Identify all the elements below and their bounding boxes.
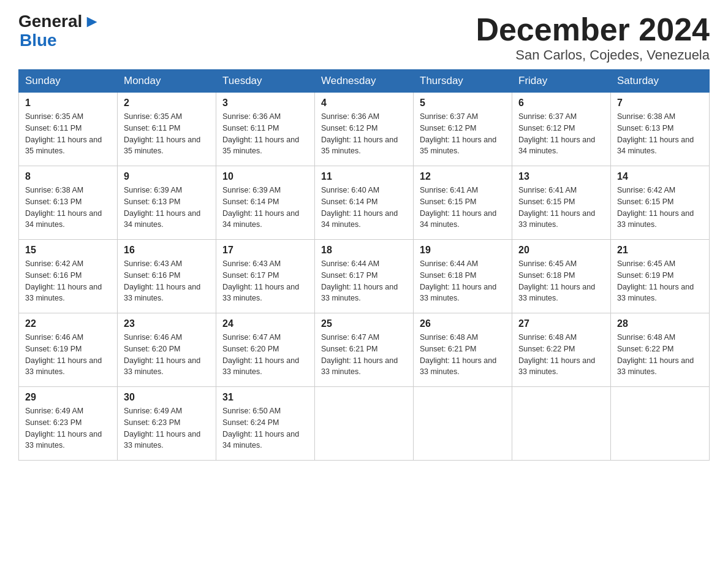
weekday-header-thursday: Thursday — [414, 70, 512, 93]
calendar-cell: 26Sunrise: 6:48 AMSunset: 6:21 PMDayligh… — [414, 313, 512, 387]
calendar-table: SundayMondayTuesdayWednesdayThursdayFrid… — [18, 69, 710, 461]
day-info: Sunrise: 6:48 AMSunset: 6:22 PMDaylight:… — [617, 332, 703, 378]
calendar-cell: 23Sunrise: 6:46 AMSunset: 6:20 PMDayligh… — [118, 313, 216, 387]
day-info: Sunrise: 6:44 AMSunset: 6:17 PMDaylight:… — [321, 258, 407, 304]
day-info: Sunrise: 6:40 AMSunset: 6:14 PMDaylight:… — [321, 185, 407, 231]
calendar-cell: 18Sunrise: 6:44 AMSunset: 6:17 PMDayligh… — [315, 240, 414, 313]
day-info: Sunrise: 6:37 AMSunset: 6:12 PMDaylight:… — [518, 111, 604, 157]
day-number: 23 — [124, 318, 210, 329]
location-subtitle: San Carlos, Cojedes, Venezuela — [476, 47, 710, 63]
title-area: December 2024 San Carlos, Cojedes, Venez… — [476, 12, 710, 63]
calendar-cell — [611, 387, 710, 461]
day-info: Sunrise: 6:38 AMSunset: 6:13 PMDaylight:… — [25, 185, 111, 231]
calendar-cell: 22Sunrise: 6:46 AMSunset: 6:19 PMDayligh… — [19, 313, 118, 387]
day-info: Sunrise: 6:50 AMSunset: 6:24 PMDaylight:… — [222, 405, 308, 451]
day-number: 21 — [617, 245, 703, 256]
logo-blue-text: Blue — [18, 31, 100, 50]
day-info: Sunrise: 6:42 AMSunset: 6:15 PMDaylight:… — [617, 185, 703, 231]
weekday-header-saturday: Saturday — [611, 70, 710, 93]
day-info: Sunrise: 6:35 AMSunset: 6:11 PMDaylight:… — [25, 111, 111, 157]
calendar-cell: 10Sunrise: 6:39 AMSunset: 6:14 PMDayligh… — [216, 166, 315, 240]
calendar-cell — [315, 387, 414, 461]
day-number: 12 — [420, 171, 506, 182]
day-info: Sunrise: 6:45 AMSunset: 6:18 PMDaylight:… — [518, 258, 604, 304]
day-info: Sunrise: 6:37 AMSunset: 6:12 PMDaylight:… — [420, 111, 506, 157]
calendar-cell: 31Sunrise: 6:50 AMSunset: 6:24 PMDayligh… — [216, 387, 315, 461]
day-number: 17 — [222, 245, 308, 256]
calendar-cell — [512, 387, 611, 461]
page-header: General ► Blue December 2024 San Carlos,… — [18, 12, 710, 63]
calendar-cell: 9Sunrise: 6:39 AMSunset: 6:13 PMDaylight… — [118, 166, 216, 240]
logo-arrow-icon: ► — [83, 12, 100, 31]
calendar-week-row: 29Sunrise: 6:49 AMSunset: 6:23 PMDayligh… — [19, 387, 710, 461]
calendar-cell: 17Sunrise: 6:43 AMSunset: 6:17 PMDayligh… — [216, 240, 315, 313]
calendar-cell: 24Sunrise: 6:47 AMSunset: 6:20 PMDayligh… — [216, 313, 315, 387]
calendar-cell: 11Sunrise: 6:40 AMSunset: 6:14 PMDayligh… — [315, 166, 414, 240]
day-number: 19 — [420, 245, 506, 256]
day-number: 30 — [124, 392, 210, 403]
calendar-cell: 6Sunrise: 6:37 AMSunset: 6:12 PMDaylight… — [512, 93, 611, 166]
day-number: 13 — [518, 171, 604, 182]
day-number: 31 — [222, 392, 308, 403]
day-info: Sunrise: 6:43 AMSunset: 6:16 PMDaylight:… — [124, 258, 210, 304]
day-info: Sunrise: 6:49 AMSunset: 6:23 PMDaylight:… — [25, 405, 111, 451]
calendar-cell: 29Sunrise: 6:49 AMSunset: 6:23 PMDayligh… — [19, 387, 118, 461]
weekday-header-sunday: Sunday — [19, 70, 118, 93]
calendar-cell: 7Sunrise: 6:38 AMSunset: 6:13 PMDaylight… — [611, 93, 710, 166]
day-number: 28 — [617, 318, 703, 329]
day-number: 15 — [25, 245, 111, 256]
weekday-header-wednesday: Wednesday — [315, 70, 414, 93]
calendar-cell: 12Sunrise: 6:41 AMSunset: 6:15 PMDayligh… — [414, 166, 512, 240]
calendar-cell: 19Sunrise: 6:44 AMSunset: 6:18 PMDayligh… — [414, 240, 512, 313]
day-info: Sunrise: 6:35 AMSunset: 6:11 PMDaylight:… — [124, 111, 210, 157]
calendar-cell: 21Sunrise: 6:45 AMSunset: 6:19 PMDayligh… — [611, 240, 710, 313]
day-number: 27 — [518, 318, 604, 329]
day-number: 3 — [222, 98, 308, 109]
day-number: 22 — [25, 318, 111, 329]
day-info: Sunrise: 6:48 AMSunset: 6:21 PMDaylight:… — [420, 332, 506, 378]
day-number: 18 — [321, 245, 407, 256]
day-info: Sunrise: 6:36 AMSunset: 6:12 PMDaylight:… — [321, 111, 407, 157]
day-number: 9 — [124, 171, 210, 182]
logo-general-text: General — [18, 12, 82, 31]
day-info: Sunrise: 6:46 AMSunset: 6:20 PMDaylight:… — [124, 332, 210, 378]
calendar-cell: 28Sunrise: 6:48 AMSunset: 6:22 PMDayligh… — [611, 313, 710, 387]
weekday-header-friday: Friday — [512, 70, 611, 93]
day-number: 24 — [222, 318, 308, 329]
day-info: Sunrise: 6:39 AMSunset: 6:14 PMDaylight:… — [222, 185, 308, 231]
calendar-cell: 14Sunrise: 6:42 AMSunset: 6:15 PMDayligh… — [611, 166, 710, 240]
day-number: 25 — [321, 318, 407, 329]
calendar-cell: 27Sunrise: 6:48 AMSunset: 6:22 PMDayligh… — [512, 313, 611, 387]
day-info: Sunrise: 6:36 AMSunset: 6:11 PMDaylight:… — [222, 111, 308, 157]
day-info: Sunrise: 6:47 AMSunset: 6:21 PMDaylight:… — [321, 332, 407, 378]
calendar-week-row: 15Sunrise: 6:42 AMSunset: 6:16 PMDayligh… — [19, 240, 710, 313]
day-number: 20 — [518, 245, 604, 256]
calendar-cell: 1Sunrise: 6:35 AMSunset: 6:11 PMDaylight… — [19, 93, 118, 166]
calendar-cell: 3Sunrise: 6:36 AMSunset: 6:11 PMDaylight… — [216, 93, 315, 166]
day-number: 8 — [25, 171, 111, 182]
calendar-cell: 4Sunrise: 6:36 AMSunset: 6:12 PMDaylight… — [315, 93, 414, 166]
day-info: Sunrise: 6:45 AMSunset: 6:19 PMDaylight:… — [617, 258, 703, 304]
day-info: Sunrise: 6:38 AMSunset: 6:13 PMDaylight:… — [617, 111, 703, 157]
day-info: Sunrise: 6:49 AMSunset: 6:23 PMDaylight:… — [124, 405, 210, 451]
logo: General ► Blue — [18, 12, 100, 50]
day-number: 2 — [124, 98, 210, 109]
day-info: Sunrise: 6:44 AMSunset: 6:18 PMDaylight:… — [420, 258, 506, 304]
calendar-week-row: 1Sunrise: 6:35 AMSunset: 6:11 PMDaylight… — [19, 93, 710, 166]
month-title: December 2024 — [476, 12, 710, 47]
day-number: 26 — [420, 318, 506, 329]
day-info: Sunrise: 6:39 AMSunset: 6:13 PMDaylight:… — [124, 185, 210, 231]
calendar-cell: 25Sunrise: 6:47 AMSunset: 6:21 PMDayligh… — [315, 313, 414, 387]
day-info: Sunrise: 6:41 AMSunset: 6:15 PMDaylight:… — [518, 185, 604, 231]
calendar-week-row: 8Sunrise: 6:38 AMSunset: 6:13 PMDaylight… — [19, 166, 710, 240]
calendar-cell: 5Sunrise: 6:37 AMSunset: 6:12 PMDaylight… — [414, 93, 512, 166]
calendar-cell: 13Sunrise: 6:41 AMSunset: 6:15 PMDayligh… — [512, 166, 611, 240]
calendar-cell: 15Sunrise: 6:42 AMSunset: 6:16 PMDayligh… — [19, 240, 118, 313]
weekday-header-monday: Monday — [118, 70, 216, 93]
day-info: Sunrise: 6:47 AMSunset: 6:20 PMDaylight:… — [222, 332, 308, 378]
calendar-cell: 16Sunrise: 6:43 AMSunset: 6:16 PMDayligh… — [118, 240, 216, 313]
day-number: 7 — [617, 98, 703, 109]
day-info: Sunrise: 6:46 AMSunset: 6:19 PMDaylight:… — [25, 332, 111, 378]
day-info: Sunrise: 6:48 AMSunset: 6:22 PMDaylight:… — [518, 332, 604, 378]
day-number: 16 — [124, 245, 210, 256]
